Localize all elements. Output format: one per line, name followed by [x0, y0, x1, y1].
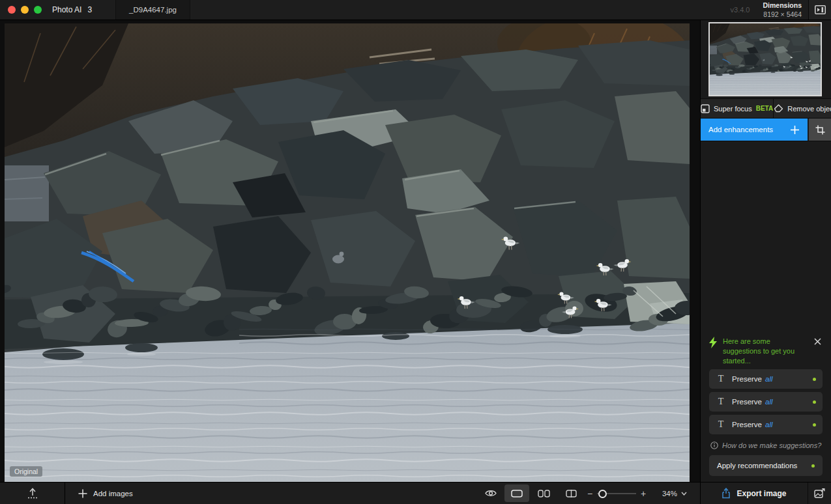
- photo-image: [5, 23, 690, 483]
- suggestion-label: Preserve: [732, 421, 762, 428]
- add-images-button[interactable]: Add images: [65, 483, 146, 504]
- right-sidebar: Super focus BETA Remove object Add enhan…: [700, 20, 831, 483]
- dimensions-readout: Dimensions 8192 × 5464: [763, 1, 802, 19]
- remove-object-button[interactable]: Remove object: [774, 99, 831, 118]
- single-view-button[interactable]: [504, 484, 529, 502]
- suggestion-value: all: [765, 421, 773, 428]
- title-bar-right: v3.4.0 Dimensions 8192 × 5464: [731, 0, 831, 20]
- suggestions-panel: Here are some suggestions to get you sta…: [701, 331, 831, 434]
- navigator-thumbnail-wrap: [701, 20, 831, 98]
- text-tool-icon: T: [716, 419, 726, 430]
- bottom-toolbar: Add images: [0, 482, 831, 504]
- single-view-icon: [511, 490, 523, 497]
- status-dot: [813, 423, 816, 427]
- suggestions-help-link[interactable]: How do we make suggestions?: [710, 441, 823, 449]
- lightning-bolt-icon: [709, 337, 718, 348]
- remove-object-label: Remove object: [787, 105, 831, 113]
- crop-icon: [815, 125, 825, 135]
- export-image-button[interactable]: Export image: [701, 483, 808, 504]
- suggestion-label: Preserve: [732, 375, 762, 383]
- super-focus-label: Super focus: [714, 105, 752, 113]
- toggle-sidebar-button[interactable]: [808, 0, 831, 20]
- zoom-slider-track[interactable]: [597, 493, 636, 494]
- image-canvas[interactable]: Original: [0, 20, 701, 483]
- image-export-icon: [814, 488, 825, 498]
- status-dot: [811, 464, 815, 468]
- zoom-out-button[interactable]: −: [584, 488, 596, 499]
- suggestion-label: Preserve: [732, 398, 762, 406]
- enhancements-row: Add enhancements: [701, 119, 831, 141]
- super-focus-button[interactable]: Super focus BETA: [701, 99, 774, 118]
- crop-button[interactable]: [809, 119, 831, 141]
- status-dot: [813, 400, 816, 404]
- dimensions-label: Dimensions: [763, 1, 802, 10]
- side-by-side-view-icon: [538, 490, 550, 497]
- text-tool-icon: T: [716, 397, 726, 407]
- navigator-thumbnail[interactable]: [708, 22, 822, 96]
- view-controls: − + 34%: [480, 484, 691, 502]
- side-by-side-view-button[interactable]: [532, 484, 557, 502]
- import-button[interactable]: [0, 483, 65, 504]
- suggestion-value: all: [765, 398, 773, 406]
- export-section: Export image: [700, 483, 831, 504]
- minimize-window-button[interactable]: [21, 6, 29, 14]
- sidebar-empty-area: [701, 141, 831, 331]
- add-images-label: Add images: [93, 490, 133, 497]
- apply-recommendations-label: Apply recommendations: [717, 462, 797, 469]
- app-title: Photo AI 3: [52, 5, 92, 14]
- zoom-in-button[interactable]: +: [637, 488, 649, 499]
- zoom-slider-knob[interactable]: [598, 490, 607, 498]
- dimensions-value: 8192 × 5464: [763, 10, 802, 19]
- preview-toggle-button[interactable]: [480, 484, 502, 502]
- super-focus-beta-badge: BETA: [756, 105, 773, 112]
- file-tab[interactable]: _D9A4647.jpg: [115, 0, 190, 20]
- app-name: Photo AI: [52, 5, 81, 14]
- photo-preview[interactable]: Original: [5, 23, 690, 483]
- suggestion-value: all: [765, 375, 773, 383]
- app-version-label: v3.4.0: [731, 6, 750, 14]
- zoom-level-dropdown[interactable]: 34%: [658, 489, 691, 498]
- text-tool-icon: T: [716, 374, 726, 384]
- tool-mode-row: Super focus BETA Remove object: [701, 98, 831, 119]
- suggestion-item-preserve-text-3[interactable]: T Preserve all: [709, 415, 823, 434]
- title-bar: Photo AI 3 _D9A4647.jpg v3.4.0 Dimension…: [0, 0, 831, 20]
- status-dot: [813, 378, 816, 381]
- photo-ai-window: { "window": { "app_name": "Photo AI", "a…: [0, 0, 831, 504]
- app-version-number: 3: [87, 5, 92, 14]
- plus-icon: [78, 489, 87, 498]
- add-enhancements-label: Add enhancements: [708, 126, 773, 133]
- export-image-label: Export image: [736, 489, 786, 498]
- share-export-icon: [722, 488, 731, 499]
- window-controls: [8, 6, 42, 14]
- split-view-icon: [566, 490, 577, 497]
- close-suggestions-button[interactable]: [813, 337, 823, 346]
- add-enhancements-button[interactable]: Add enhancements: [701, 119, 808, 141]
- original-view-badge: Original: [10, 466, 42, 477]
- eraser-icon: [774, 104, 783, 113]
- info-icon: [710, 441, 718, 449]
- super-focus-icon: [701, 104, 710, 113]
- zoom-level-value: 34%: [662, 490, 677, 497]
- chevron-down-icon: [681, 492, 687, 496]
- open-in-external-editor-button[interactable]: [808, 483, 831, 504]
- suggestion-item-preserve-text-2[interactable]: T Preserve all: [709, 392, 823, 412]
- suggestions-help-text: How do we make suggestions?: [722, 441, 821, 449]
- apply-recommendations-button[interactable]: Apply recommendations: [709, 455, 823, 476]
- plus-icon: [790, 125, 800, 135]
- file-tab-label: _D9A4647.jpg: [129, 6, 177, 14]
- suggestions-header: Here are some suggestions to get you sta…: [709, 337, 823, 366]
- close-window-button[interactable]: [8, 6, 16, 14]
- upload-icon: [27, 488, 38, 499]
- close-icon: [814, 338, 821, 345]
- panel-toggle-icon: [815, 5, 826, 14]
- zoom-window-button[interactable]: [34, 6, 42, 14]
- suggestions-header-text: Here are some suggestions to get you sta…: [723, 337, 806, 366]
- suggestion-item-preserve-text-1[interactable]: T Preserve all: [709, 369, 823, 389]
- eye-icon: [485, 489, 497, 497]
- split-view-button[interactable]: [559, 484, 584, 502]
